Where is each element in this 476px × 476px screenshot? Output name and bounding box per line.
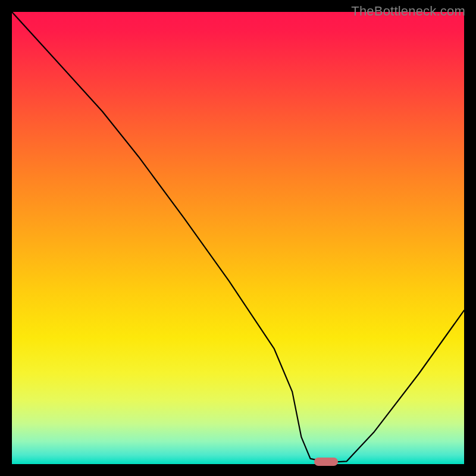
chart-area bbox=[12, 12, 464, 464]
bottleneck-curve bbox=[12, 12, 464, 464]
watermark-text: TheBottleneck.com bbox=[351, 4, 465, 19]
curve-path bbox=[12, 12, 464, 462]
optimal-marker bbox=[314, 458, 338, 466]
